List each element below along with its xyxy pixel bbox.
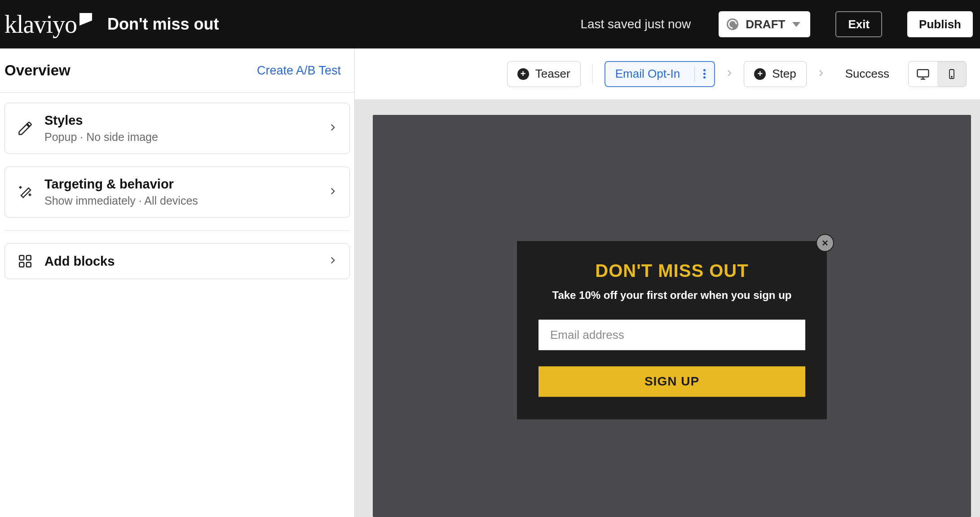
main-area: Overview Create A/B Test Styles Popup · …: [0, 48, 980, 517]
wand-icon: [16, 184, 35, 200]
sidebar: Overview Create A/B Test Styles Popup · …: [0, 48, 355, 517]
email-input[interactable]: [539, 320, 805, 350]
plus-circle-icon: +: [754, 68, 766, 80]
card-subtitle: Show immediately · All devices: [44, 194, 317, 207]
svg-rect-2: [19, 263, 24, 267]
chevron-right-icon: [816, 66, 826, 82]
card-title: Add blocks: [44, 254, 317, 269]
brand-mark-icon: [79, 13, 92, 26]
svg-rect-0: [19, 255, 24, 260]
globe-icon: [727, 18, 738, 30]
step-teaser[interactable]: + Teaser: [507, 61, 581, 87]
card-title: Targeting & behavior: [44, 177, 317, 192]
publish-button[interactable]: Publish: [907, 11, 973, 37]
pencil-icon: [16, 120, 35, 136]
blocks-icon: [16, 254, 35, 269]
signup-popup: DON'T MISS OUT Take 10% off your first o…: [517, 241, 827, 419]
preview-column: + Teaser Email Opt-In + Step Success: [355, 48, 980, 517]
chevron-right-icon: [327, 254, 339, 268]
card-title: Styles: [44, 113, 317, 128]
last-saved-status: Last saved just now: [580, 17, 691, 31]
sign-up-button[interactable]: SIGN UP: [539, 366, 805, 397]
preview-canvas[interactable]: DON'T MISS OUT Take 10% off your first o…: [373, 115, 971, 517]
status-label: DRAFT: [746, 18, 785, 31]
chevron-down-icon: [792, 22, 800, 27]
popup-heading[interactable]: DON'T MISS OUT: [539, 261, 805, 281]
separator: [592, 64, 593, 84]
exit-button[interactable]: Exit: [835, 11, 882, 37]
device-mobile-button[interactable]: [937, 61, 966, 87]
svg-rect-3: [26, 263, 31, 267]
device-desktop-button[interactable]: [909, 61, 937, 87]
divider: [4, 230, 350, 231]
svg-rect-4: [918, 70, 929, 77]
svg-point-6: [951, 76, 952, 77]
sidebar-header: Overview Create A/B Test: [0, 48, 354, 93]
card-styles[interactable]: Styles Popup · No side image: [4, 103, 350, 154]
form-name: Don't miss out: [107, 15, 219, 34]
card-add-blocks[interactable]: Add blocks: [4, 243, 350, 279]
popup-subheading[interactable]: Take 10% off your first order when you s…: [539, 289, 805, 302]
kebab-menu-icon[interactable]: [694, 66, 708, 82]
svg-rect-1: [26, 255, 31, 260]
status-dropdown[interactable]: DRAFT: [719, 11, 810, 37]
plus-circle-icon: +: [517, 68, 529, 80]
create-ab-test-link[interactable]: Create A/B Test: [257, 64, 341, 78]
device-toggle: [908, 61, 967, 87]
steps-bar: + Teaser Email Opt-In + Step Success: [355, 48, 980, 100]
brand-name: klaviyo: [4, 10, 77, 39]
close-button[interactable]: [816, 234, 834, 252]
chevron-right-icon: [327, 122, 339, 135]
sidebar-title: Overview: [4, 62, 71, 79]
chevron-right-icon: [327, 185, 339, 199]
card-targeting[interactable]: Targeting & behavior Show immediately · …: [4, 166, 350, 218]
brand-logo[interactable]: klaviyo: [4, 10, 92, 39]
top-header: klaviyo Don't miss out Last saved just n…: [0, 0, 980, 48]
step-success[interactable]: Success: [835, 61, 899, 87]
card-subtitle: Popup · No side image: [44, 131, 317, 144]
step-email-opt-in[interactable]: Email Opt-In: [605, 61, 715, 87]
chevron-right-icon: [724, 66, 735, 82]
step-add-step[interactable]: + Step: [744, 61, 807, 87]
canvas-wrapper: DON'T MISS OUT Take 10% off your first o…: [355, 100, 980, 517]
